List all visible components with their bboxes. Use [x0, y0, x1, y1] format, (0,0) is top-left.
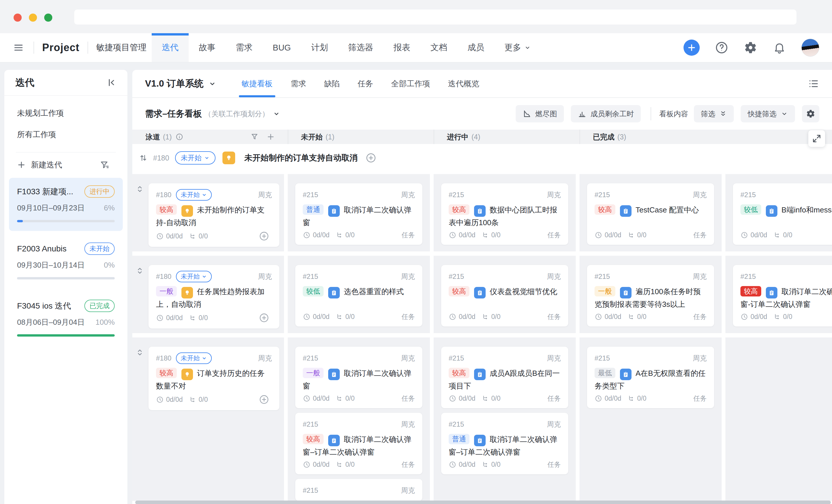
iteration-item[interactable]: F3045 ios 迭代已完成08月06日–09月04日100%	[9, 292, 123, 345]
iteration-item[interactable]: F1033 新建项...进行中09月10日–09月23日6%	[9, 178, 123, 231]
filter-button[interactable]: 筛选	[694, 105, 734, 122]
collapse-sidebar-icon[interactable]	[106, 77, 116, 88]
horizontal-scrollbar[interactable]	[135, 501, 831, 504]
task-card[interactable]: #215周克一般遍历100条任务时预览预制报表需要等待3s以上0d/0d0/0任…	[587, 265, 714, 327]
tab-全部工作项[interactable]: 全部工作项	[382, 70, 439, 97]
add-task-button[interactable]	[259, 394, 269, 405]
nav-tab-故事[interactable]: 故事	[189, 33, 226, 62]
card-footer: 0d/0d0/0任务	[449, 460, 561, 469]
task-card[interactable]: #215周克较高数据中心团队工时报表中遍历100条0d/0d0/0任务	[441, 183, 568, 245]
card-id: #215	[595, 273, 610, 281]
zoom-window-button[interactable]	[44, 13, 52, 22]
new-iteration-button[interactable]: 新建迭代	[4, 152, 127, 177]
story-card[interactable]: #180未开始周克较高订单支持历史的任务数量不对0d/0d0/0	[149, 347, 279, 410]
story-card[interactable]: #180未开始周克较高未开始制作的订单支持-自动取消0d/0d0/0	[149, 183, 279, 247]
card-header: #215周克	[449, 353, 561, 363]
close-window-button[interactable]	[14, 13, 22, 22]
card-assignee: 周克	[401, 354, 415, 363]
card-status-pill[interactable]: 未开始	[176, 189, 212, 201]
card-status-pill[interactable]: 未开始	[176, 271, 212, 282]
task-card-partial[interactable]: #215周克	[295, 479, 422, 501]
divider	[33, 41, 34, 54]
chevron-down-icon[interactable]	[273, 110, 280, 117]
clock-icon	[595, 395, 602, 402]
create-button[interactable]	[683, 39, 700, 56]
task-card[interactable]: #215较高取消订单二次确认弹窗-订单二次确认弹窗0d/0d0/0任务	[733, 265, 832, 327]
task-card[interactable]: #215周克普通取消订单二次确认弹窗0d/0d0/0任务	[295, 183, 422, 245]
add-task-button[interactable]	[259, 231, 269, 242]
task-card[interactable]: #215周克一般取消订单二次确认弹窗0d/0d0/0任务	[295, 347, 422, 408]
filter-funnel-icon[interactable]	[250, 133, 259, 141]
add-swimlane-icon[interactable]	[266, 133, 275, 141]
nav-tab-需求[interactable]: 需求	[226, 33, 263, 62]
subtask-icon	[627, 231, 635, 239]
iteration-selector[interactable]: V1.0 订单系统	[145, 70, 216, 97]
nav-tab-成员[interactable]: 成员	[457, 33, 494, 62]
filter-funnel-icon[interactable]	[100, 160, 109, 170]
burndown-chart-button[interactable]: 燃尽图	[516, 105, 564, 122]
project-name-label[interactable]: 敏捷项目管理	[96, 42, 147, 53]
tab-迭代概览[interactable]: 迭代概览	[439, 70, 488, 97]
collapse-row-icon[interactable]	[135, 348, 145, 357]
board-lane: #215周克一般遍历100条任务时预览预制报表需要等待3s以上0d/0d0/0任…	[579, 256, 722, 333]
card-body: 较高TestCase 配置中心	[595, 204, 707, 227]
member-remaining-hours-label: 成员剩余工时	[591, 109, 634, 119]
subtask-icon	[481, 461, 489, 469]
fullscreen-expand-button[interactable]	[808, 130, 825, 147]
task-card[interactable]: #215较低B端info和message0d/0d0/0任务	[733, 183, 832, 245]
nav-tab-更多[interactable]: 更多	[494, 33, 541, 62]
card-header: #180未开始周克	[156, 353, 272, 363]
quick-filter-button[interactable]: 快捷筛选	[741, 105, 795, 122]
story-icon	[181, 205, 193, 217]
card-status-pill[interactable]: 未开始	[176, 353, 212, 364]
sidebar-item[interactable]: 所有工作项	[4, 124, 127, 145]
tab-敏捷看板[interactable]: 敏捷看板	[233, 70, 282, 97]
nav-tab-筛选器[interactable]: 筛选器	[338, 33, 383, 62]
sidebar-item[interactable]: 未规划工作项	[4, 103, 127, 124]
task-card[interactable]: #215周克较低选色器重置的样式0d/0d0/0任务	[295, 265, 422, 327]
tab-缺陷[interactable]: 缺陷	[315, 70, 349, 97]
tab-任务[interactable]: 任务	[349, 70, 382, 97]
nav-tab-计划[interactable]: 计划	[301, 33, 338, 62]
card-body: 一般任务属性趋势报表加上，自动取消	[156, 286, 272, 309]
app-logo[interactable]: Project	[42, 41, 79, 54]
add-task-button[interactable]	[259, 312, 269, 323]
settings-gear-icon[interactable]	[744, 41, 757, 55]
nav-tab-报表[interactable]: 报表	[383, 33, 420, 62]
swimlane-status-pill[interactable]: 未开始	[175, 151, 215, 165]
task-card[interactable]: #215周克普通取消订单二次确认弹窗–订单二次确认弹窗0d/0d0/0任务	[441, 413, 568, 474]
notifications-bell-icon[interactable]	[773, 41, 786, 55]
user-avatar[interactable]	[801, 39, 819, 57]
member-remaining-hours-button[interactable]: 成员剩余工时	[571, 105, 641, 122]
nav-tab-BUG[interactable]: BUG	[263, 33, 301, 62]
task-card[interactable]: #215周克较高TestCase 配置中心0d/0d0/0任务	[587, 183, 714, 245]
task-card[interactable]: #215周克较高取消订单二次确认弹窗–订单二次确认弹窗0d/0d0/0任务	[295, 413, 422, 474]
info-icon[interactable]	[175, 133, 183, 141]
sort-vertical-icon[interactable]	[139, 153, 148, 163]
iteration-percent: 0%	[104, 261, 115, 270]
board-row: #180未开始周克较高未开始制作的订单支持-自动取消0d/0d0/0#215周克…	[132, 174, 832, 251]
priority-tag: 较低	[303, 286, 323, 297]
help-icon[interactable]	[715, 41, 729, 55]
card-assignee: 周克	[258, 190, 272, 199]
list-view-icon[interactable]	[808, 78, 819, 89]
nav-tab-文档[interactable]: 文档	[420, 33, 457, 62]
task-card[interactable]: #215周克较高成员A跟成员B在同一项目下0d/0d0/0任务	[441, 347, 568, 408]
iteration-item[interactable]: F2003 Anubis未开始09月30日–10月14日0%	[9, 235, 123, 288]
board-settings-button[interactable]	[802, 105, 819, 122]
card-title: B端info和message	[781, 205, 832, 214]
tab-需求[interactable]: 需求	[282, 70, 315, 97]
hamburger-menu-icon[interactable]	[11, 41, 25, 55]
divider	[87, 41, 88, 54]
task-card[interactable]: #215周克较高仪表盘视觉细节优化0d/0d0/0任务	[441, 265, 568, 327]
task-card[interactable]: #215周克最低A在B无权限查看的任务类型下0d/0d0/0任务	[587, 347, 714, 408]
nav-tab-迭代[interactable]: 迭代	[152, 33, 189, 62]
collapse-row-icon[interactable]	[135, 266, 145, 275]
minimize-window-button[interactable]	[29, 13, 37, 22]
story-card[interactable]: #180未开始周克一般任务属性趋势报表加上，自动取消0d/0d0/0	[149, 265, 279, 329]
add-work-item-icon[interactable]	[365, 152, 377, 164]
url-bar[interactable]	[74, 9, 797, 25]
board-lane: #215周克普通取消订单二次确认弹窗0d/0d0/0任务	[288, 174, 430, 251]
subtask-icon	[335, 461, 343, 469]
collapse-row-icon[interactable]	[135, 185, 145, 194]
